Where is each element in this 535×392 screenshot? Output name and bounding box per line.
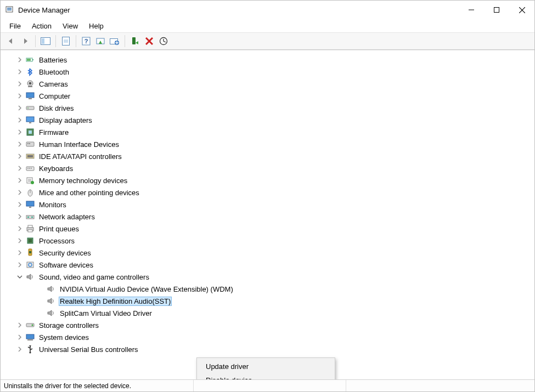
device-category-label: Batteries: [38, 55, 68, 65]
scan-hardware-button[interactable]: [93, 34, 108, 48]
device-category-row[interactable]: Batteries: [1, 54, 534, 66]
expand-icon[interactable]: [16, 213, 24, 220]
toolbar-separator: [76, 35, 76, 47]
properties-button[interactable]: [59, 34, 73, 48]
expand-icon[interactable]: [16, 177, 24, 184]
device-category-label: Storage controllers: [38, 321, 100, 330]
device-category-row[interactable]: Universal Serial Bus controllers: [1, 343, 534, 355]
device-category-row[interactable]: System devices: [1, 331, 534, 343]
expand-icon[interactable]: [16, 261, 24, 269]
device-row[interactable]: NVIDIA Virtual Audio Device (Wave Extens…: [1, 283, 534, 295]
computer-icon: [26, 92, 35, 100]
device-row[interactable]: SplitCam Virtual Video Driver: [1, 307, 534, 319]
device-category-row[interactable]: Storage controllers: [1, 319, 534, 331]
expand-icon[interactable]: [16, 333, 24, 341]
expand-icon[interactable]: [16, 56, 24, 64]
display-icon: [26, 116, 35, 124]
window-title: Device Manager: [18, 6, 70, 14]
forward-button[interactable]: [18, 34, 32, 48]
svg-point-61: [32, 325, 33, 326]
device-category-row[interactable]: Human Interface Devices: [1, 138, 534, 150]
device-tree[interactable]: BatteriesBluetoothCamerasComputerDisk dr…: [1, 50, 534, 379]
minimize-button[interactable]: [459, 1, 484, 19]
expand-icon[interactable]: [16, 152, 24, 160]
expand-icon[interactable]: [16, 80, 24, 88]
svg-rect-39: [29, 168, 30, 169]
firmware-icon: [26, 128, 35, 137]
menu-view[interactable]: View: [57, 20, 83, 32]
device-category-label: Cameras: [38, 79, 69, 89]
svg-rect-42: [28, 179, 31, 182]
svg-point-22: [29, 82, 32, 85]
device-category-label: Display adapters: [38, 116, 93, 125]
device-row[interactable]: Realtek High Definition Audio(SST): [1, 295, 534, 307]
device-category-row[interactable]: Cameras: [1, 78, 534, 90]
expand-icon[interactable]: [16, 345, 24, 353]
uninstall-device-button[interactable]: [142, 34, 156, 48]
disable-device-button[interactable]: [156, 34, 171, 48]
expand-icon[interactable]: [16, 237, 24, 245]
expand-icon[interactable]: [16, 104, 24, 112]
device-category-row[interactable]: Disk drives: [1, 102, 534, 114]
device-label: SplitCam Virtual Video Driver: [59, 309, 153, 318]
svg-rect-47: [29, 207, 31, 208]
device-category-row[interactable]: Network adapters: [1, 211, 534, 223]
device-category-row[interactable]: Security devices: [1, 247, 534, 259]
device-category-row[interactable]: Print queues: [1, 223, 534, 235]
help-button[interactable]: ?: [79, 34, 93, 48]
device-category-row[interactable]: Mice and other pointing devices: [1, 186, 534, 198]
expand-icon[interactable]: [16, 201, 24, 208]
menu-bar: File Action View Help: [1, 19, 534, 32]
enable-device-button[interactable]: [128, 34, 142, 48]
context-update-driver[interactable]: Update driver: [198, 360, 334, 373]
expand-icon[interactable]: [16, 116, 24, 124]
expand-icon[interactable]: [16, 68, 24, 76]
svg-text:?: ?: [85, 38, 88, 44]
menu-file[interactable]: File: [4, 20, 26, 32]
device-category-row[interactable]: Processors: [1, 235, 534, 247]
svg-rect-55: [29, 239, 32, 242]
expand-icon[interactable]: [16, 92, 24, 100]
collapse-icon[interactable]: [16, 273, 24, 281]
menu-action[interactable]: Action: [26, 20, 57, 32]
device-category-row[interactable]: Sound, video and game controllers: [1, 271, 534, 283]
svg-rect-63: [27, 339, 33, 340]
svg-rect-1: [7, 8, 12, 9]
expand-icon[interactable]: [16, 128, 24, 136]
device-category-row[interactable]: Display adapters: [1, 114, 534, 126]
expand-icon[interactable]: [16, 164, 24, 172]
expand-icon[interactable]: [16, 225, 24, 232]
svg-rect-34: [29, 143, 30, 144]
expand-icon[interactable]: [16, 249, 24, 257]
menu-help[interactable]: Help: [83, 20, 109, 32]
device-category-row[interactable]: Memory technology devices: [1, 174, 534, 186]
expand-icon[interactable]: [16, 189, 24, 196]
svg-rect-16: [132, 37, 136, 44]
device-category-row[interactable]: Bluetooth: [1, 66, 534, 78]
svg-rect-49: [27, 217, 29, 218]
svg-point-43: [31, 181, 34, 184]
toolbar-separator: [125, 35, 125, 47]
toolbar-separator: [55, 35, 56, 47]
svg-rect-23: [28, 86, 32, 87]
close-button[interactable]: [509, 1, 534, 19]
device-category-row[interactable]: Firmware: [1, 126, 534, 138]
svg-rect-36: [27, 155, 33, 157]
svg-point-27: [27, 107, 29, 109]
update-driver-button[interactable]: [108, 34, 122, 48]
svg-rect-50: [31, 217, 33, 218]
svg-rect-19: [32, 59, 33, 60]
expand-icon[interactable]: [16, 140, 24, 148]
storage-icon: [26, 321, 35, 329]
device-category-row[interactable]: IDE ATA/ATAPI controllers: [1, 150, 534, 162]
device-category-row[interactable]: Monitors: [1, 198, 534, 211]
device-category-row[interactable]: Software devices: [1, 259, 534, 271]
app-icon: [5, 5, 14, 14]
expand-icon[interactable]: [16, 321, 24, 329]
show-hide-console-button[interactable]: [38, 34, 53, 48]
device-category-row[interactable]: Keyboards: [1, 162, 534, 174]
device-category-row[interactable]: Computer: [1, 90, 534, 102]
context-disable-device[interactable]: Disable device: [198, 373, 334, 379]
back-button[interactable]: [4, 34, 18, 48]
maximize-button[interactable]: [484, 1, 509, 19]
